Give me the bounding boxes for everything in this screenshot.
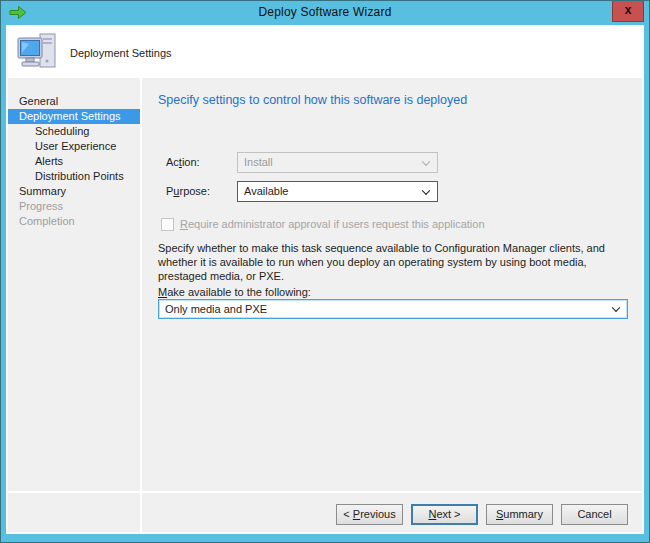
sidebar-item-user-experience[interactable]: User Experience xyxy=(8,139,140,154)
make-available-dropdown[interactable]: Only media and PXE xyxy=(158,299,628,319)
sidebar-item-deployment-settings[interactable]: Deployment Settings xyxy=(8,109,140,124)
titlebar: Deploy Software Wizard x xyxy=(1,1,649,25)
computer-icon xyxy=(16,31,60,79)
approval-checkbox-label: Require administrator approval if users … xyxy=(180,218,485,231)
next-button[interactable]: Next > xyxy=(411,504,478,525)
sidebar-item-general[interactable]: General xyxy=(8,94,140,109)
sidebar-item-distribution-points[interactable]: Distribution Points xyxy=(8,169,140,184)
previous-button[interactable]: < Previous xyxy=(336,504,403,525)
close-button[interactable]: x xyxy=(612,1,644,22)
sidebar-item-scheduling[interactable]: Scheduling xyxy=(8,124,140,139)
wizard-header: Deployment Settings xyxy=(8,27,642,78)
sidebar-item-progress: Progress xyxy=(8,199,140,214)
button-bar: < Previous Next > Summary Cancel xyxy=(142,493,642,532)
approval-checkbox xyxy=(161,218,174,231)
action-dropdown: Install xyxy=(237,152,438,173)
sidebar-item-alerts[interactable]: Alerts xyxy=(8,154,140,169)
purpose-value: Available xyxy=(244,185,288,197)
summary-button[interactable]: Summary xyxy=(486,504,553,525)
action-value: Install xyxy=(244,156,273,168)
sidebar-item-completion: Completion xyxy=(8,214,140,229)
sidebar-item-summary[interactable]: Summary xyxy=(8,184,140,199)
description-text: Specify whether to make this task sequen… xyxy=(158,241,638,283)
page-title: Deployment Settings xyxy=(70,47,172,59)
chevron-down-icon xyxy=(612,304,620,312)
window-title: Deploy Software Wizard xyxy=(1,5,649,19)
purpose-label: Purpose: xyxy=(166,181,210,202)
action-label: Action: xyxy=(166,152,200,173)
make-available-value: Only media and PXE xyxy=(165,303,267,315)
chevron-down-icon xyxy=(422,157,430,165)
sidebar: GeneralDeployment SettingsSchedulingUser… xyxy=(8,78,140,491)
purpose-dropdown[interactable]: Available xyxy=(237,181,438,202)
chevron-down-icon xyxy=(422,186,430,194)
deploy-software-wizard-window: Deploy Software Wizard x Deployment Sett… xyxy=(0,0,650,543)
wizard-frame: Deployment Settings GeneralDeployment Se… xyxy=(6,25,644,534)
main-panel: Specify settings to control how this sof… xyxy=(142,78,642,491)
cancel-button[interactable]: Cancel xyxy=(561,504,628,525)
page-heading: Specify settings to control how this sof… xyxy=(158,93,467,107)
